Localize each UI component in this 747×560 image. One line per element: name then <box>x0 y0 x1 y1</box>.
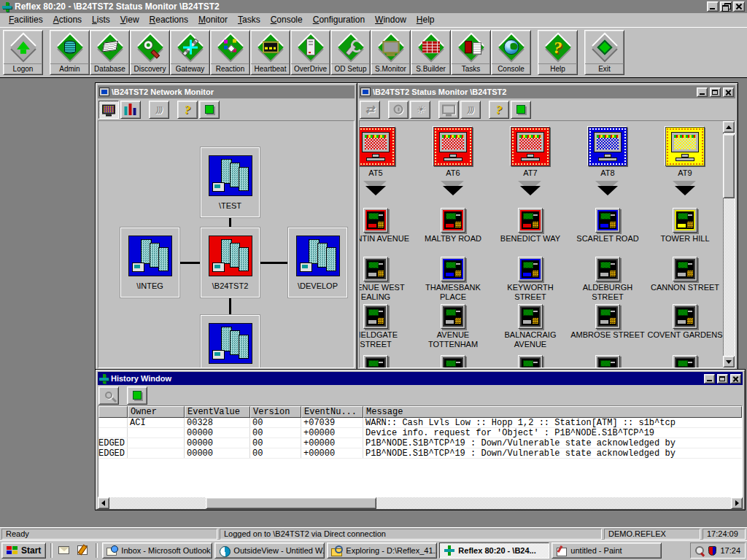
sound-button[interactable] <box>460 101 481 119</box>
task-outlook-button[interactable]: Inbox - Microsoft Outlook <box>102 542 212 559</box>
expand-down-arrow-icon[interactable] <box>672 181 698 201</box>
column-owner[interactable]: Owner <box>128 406 185 418</box>
branch-atm-icon[interactable] <box>518 304 543 329</box>
expand-down-arrow-icon[interactable] <box>595 181 621 201</box>
branch-atm-icon[interactable] <box>673 355 697 368</box>
toolbar-heartbeat-button[interactable]: Heartbeat <box>250 30 290 75</box>
network-node-b24tst2[interactable]: \B24TST2 <box>201 228 260 298</box>
branch-atm-icon[interactable] <box>595 257 620 281</box>
help-button[interactable] <box>177 101 198 119</box>
column-version[interactable]: Version <box>250 406 301 418</box>
branch-atm-icon[interactable] <box>363 208 388 233</box>
scrollbar-thumb[interactable] <box>723 134 735 198</box>
tray-clock[interactable]: 17:24 <box>720 546 740 555</box>
task-outsideview-button[interactable]: OutsideView - Untitled W... <box>214 542 325 559</box>
branch-atm-icon[interactable] <box>673 208 697 233</box>
search-button[interactable] <box>98 386 119 405</box>
branch-atm-icon[interactable] <box>441 257 465 281</box>
toolbar-overdrive-button[interactable]: OverDrive <box>290 30 330 75</box>
expand-down-arrow-icon[interactable] <box>363 181 389 201</box>
maximize-button[interactable] <box>710 88 721 97</box>
toolbar-od-setup-button[interactable]: OD Setup <box>330 30 371 75</box>
schedule-button[interactable] <box>388 101 409 119</box>
terminal-icon[interactable] <box>665 127 705 166</box>
minimize-button[interactable] <box>707 1 719 12</box>
network-node-bottom[interactable] <box>201 315 260 368</box>
main-titlebar[interactable]: Reflex 80:20 - \B24TST2 Status Monitor \… <box>0 0 747 13</box>
terminal-icon[interactable] <box>588 127 627 166</box>
menu-configuration[interactable]: Configuration <box>308 13 370 27</box>
toolbar-exit-button[interactable]: Exit <box>584 30 624 75</box>
horizontal-scrollbar[interactable] <box>98 497 743 509</box>
network-monitor-titlebar[interactable]: \B24TST2 Network Monitor <box>98 85 355 98</box>
toolbar-reaction-button[interactable]: Reaction <box>210 30 250 75</box>
toolbar-gateway-button[interactable]: Gateway <box>170 30 210 75</box>
scroll-down-button[interactable] <box>723 356 735 368</box>
branch-atm-icon[interactable] <box>441 355 465 368</box>
network-node-integ[interactable]: \INTEG <box>120 228 179 298</box>
table-row[interactable]: ACKNOWLEDGED 00000 00 +00000 P1B^NODE.S1… <box>98 438 742 448</box>
start-button[interactable]: Start <box>1 542 46 559</box>
swap-view-button[interactable] <box>360 101 380 119</box>
toolbar-database-button[interactable]: Database <box>90 30 130 75</box>
expand-down-arrow-icon[interactable] <box>517 181 543 201</box>
quicklaunch-notes-button[interactable] <box>75 543 91 558</box>
branch-atm-icon[interactable] <box>518 257 543 281</box>
toolbar-tasks-button[interactable]: Tasks <box>451 30 491 75</box>
toolbar-discovery-button[interactable]: Discovery <box>130 30 170 75</box>
branch-atm-icon[interactable] <box>673 304 697 329</box>
table-row[interactable]: ACI 00328 00 +07039 WARN:: Cash Lvls Low… <box>98 418 742 428</box>
branch-atm-icon[interactable] <box>441 304 465 329</box>
help-button[interactable] <box>489 101 509 119</box>
terminal-icon[interactable] <box>511 127 550 166</box>
menu-monitor[interactable]: Monitor <box>193 13 233 27</box>
branch-atm-icon[interactable] <box>595 304 620 329</box>
menu-lists[interactable]: Lists <box>87 13 115 27</box>
branch-atm-icon[interactable] <box>363 355 388 368</box>
branch-atm-icon[interactable] <box>673 257 697 281</box>
terminal-icon[interactable] <box>433 127 473 166</box>
close-button[interactable] <box>730 374 741 384</box>
branch-atm-icon[interactable] <box>441 208 465 233</box>
menu-help[interactable]: Help <box>411 13 440 27</box>
task-reflex-button[interactable]: Reflex 80:20 - \B24... <box>439 542 549 559</box>
menu-console[interactable]: Console <box>266 13 308 27</box>
column-event-number[interactable]: EventNu... <box>301 406 363 418</box>
scrollbar-thumb[interactable] <box>206 497 376 509</box>
sound-button[interactable] <box>149 101 169 119</box>
toolbar-help-button[interactable]: Help <box>538 30 578 75</box>
table-row[interactable]: ACKNOWLEDGED 00000 00 +00000 P1B^NODE.S1… <box>98 448 742 459</box>
scroll-up-button[interactable] <box>723 121 735 133</box>
toolbar-s-builder-button[interactable]: S.Builder <box>411 30 451 75</box>
maximize-button[interactable] <box>717 374 728 384</box>
history-titlebar[interactable]: History Window <box>98 372 743 385</box>
vertical-scrollbar[interactable] <box>723 121 735 368</box>
toolbar-admin-button[interactable]: Admin <box>50 30 90 75</box>
tray-magnifier-icon[interactable] <box>695 546 705 556</box>
scroll-left-button[interactable] <box>98 497 109 509</box>
toolbar-console-button[interactable]: Console <box>491 30 531 75</box>
network-node-develop[interactable]: \DEVELOP <box>288 228 347 298</box>
tray-shield-icon[interactable] <box>708 546 716 556</box>
exit-button[interactable] <box>511 101 531 119</box>
terminal-icon[interactable] <box>359 127 395 166</box>
map-view-button[interactable] <box>98 101 119 119</box>
quicklaunch-mail-button[interactable] <box>57 543 73 558</box>
column-message[interactable]: Message <box>363 406 742 418</box>
exit-button[interactable] <box>127 386 147 405</box>
refresh-button[interactable] <box>410 101 430 119</box>
restore-button[interactable] <box>720 1 732 12</box>
menu-actions[interactable]: Actions <box>48 13 87 27</box>
menu-reactions[interactable]: Reactions <box>144 13 193 27</box>
minimize-button[interactable] <box>704 374 715 384</box>
branch-atm-icon[interactable] <box>363 257 388 281</box>
expand-down-arrow-icon[interactable] <box>440 181 466 201</box>
table-row[interactable]: 00000 00 +00000 Device info. request for… <box>98 428 742 438</box>
minimize-button[interactable] <box>697 88 708 97</box>
task-paint-button[interactable]: untitled - Paint <box>551 542 662 559</box>
column-event-value[interactable]: EventValue <box>185 406 250 418</box>
branch-atm-icon[interactable] <box>518 355 543 368</box>
branch-atm-icon[interactable] <box>595 208 620 233</box>
monitor-view-button[interactable] <box>438 101 459 119</box>
chart-view-button[interactable] <box>120 101 141 119</box>
